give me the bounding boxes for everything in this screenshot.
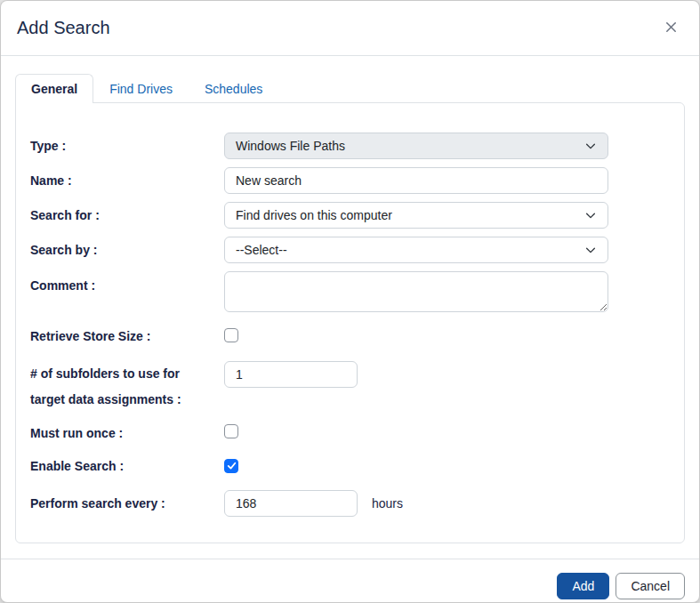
search-for-select[interactable]: Find drives on this computer bbox=[224, 202, 608, 229]
type-select-value: Windows File Paths bbox=[236, 139, 345, 153]
search-by-label: Search by : bbox=[30, 237, 224, 263]
tab-schedules[interactable]: Schedules bbox=[189, 74, 278, 103]
must-run-once-label: Must run once : bbox=[30, 425, 224, 443]
perform-every-input[interactable] bbox=[224, 490, 358, 517]
comment-label: Comment : bbox=[30, 271, 224, 295]
chevron-down-icon bbox=[584, 140, 597, 152]
general-tab-panel: Type : Windows File Paths Name : Search … bbox=[15, 102, 685, 543]
dialog-body: General Find Drives Schedules Type : Win… bbox=[1, 56, 699, 543]
cancel-button[interactable]: Cancel bbox=[616, 573, 685, 599]
type-row: Type : Windows File Paths bbox=[30, 133, 670, 159]
enable-search-checkbox[interactable] bbox=[224, 459, 238, 473]
enable-search-row: Enable Search : bbox=[30, 457, 670, 475]
hours-suffix: hours bbox=[372, 496, 403, 511]
type-label: Type : bbox=[30, 133, 224, 159]
tab-find-drives[interactable]: Find Drives bbox=[93, 74, 189, 103]
comment-textarea[interactable] bbox=[224, 271, 608, 312]
search-by-row: Search by : --Select-- bbox=[30, 237, 670, 263]
retrieve-store-size-row: Retrieve Store Size : bbox=[30, 328, 670, 346]
dialog-header: Add Search bbox=[1, 1, 699, 56]
close-icon[interactable] bbox=[659, 16, 683, 40]
dialog-title: Add Search bbox=[17, 18, 110, 38]
retrieve-store-size-checkbox[interactable] bbox=[224, 328, 238, 342]
add-search-dialog: Add Search General Find Drives Schedules… bbox=[0, 0, 700, 603]
enable-search-label: Enable Search : bbox=[30, 458, 224, 476]
name-label: Name : bbox=[30, 168, 224, 194]
dialog-footer: Add Cancel bbox=[1, 559, 699, 603]
must-run-once-row: Must run once : bbox=[30, 424, 670, 442]
chevron-down-icon bbox=[584, 244, 597, 256]
search-by-select[interactable]: --Select-- bbox=[224, 237, 608, 263]
name-row: Name : bbox=[30, 167, 670, 194]
add-button[interactable]: Add bbox=[557, 573, 609, 599]
search-for-label: Search for : bbox=[30, 203, 224, 229]
search-for-row: Search for : Find drives on this compute… bbox=[30, 202, 670, 229]
tab-general[interactable]: General bbox=[15, 74, 93, 103]
retrieve-store-size-label: Retrieve Store Size : bbox=[30, 328, 224, 346]
comment-row: Comment : bbox=[30, 271, 670, 312]
subfolders-label: # of subfolders to use for target data a… bbox=[30, 361, 224, 412]
subfolders-input[interactable] bbox=[224, 361, 358, 388]
search-for-select-value: Find drives on this computer bbox=[236, 208, 392, 222]
perform-every-row: Perform search every : hours bbox=[30, 490, 670, 517]
search-by-select-value: --Select-- bbox=[236, 243, 287, 257]
tab-bar: General Find Drives Schedules bbox=[15, 74, 685, 102]
must-run-once-checkbox[interactable] bbox=[224, 424, 238, 438]
chevron-down-icon bbox=[584, 209, 597, 221]
name-input[interactable] bbox=[224, 167, 608, 194]
type-select[interactable]: Windows File Paths bbox=[224, 133, 608, 159]
perform-every-label: Perform search every : bbox=[30, 495, 224, 513]
subfolders-row: # of subfolders to use for target data a… bbox=[30, 361, 670, 412]
